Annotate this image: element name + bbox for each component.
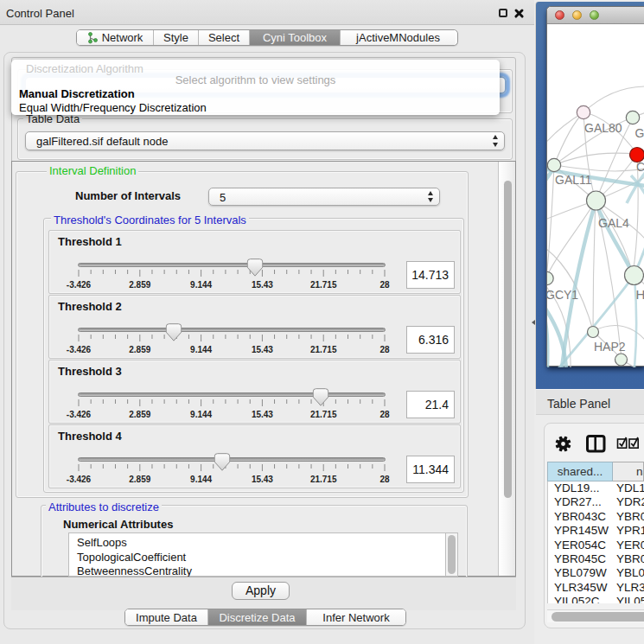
- svg-text:H: H: [636, 287, 644, 302]
- svg-text:HAP2: HAP2: [594, 340, 626, 354]
- svg-text:GAL80: GAL80: [584, 121, 622, 135]
- svg-text:C: C: [636, 160, 644, 174]
- svg-text:GA: GA: [635, 126, 644, 140]
- svg-text:GAL4: GAL4: [598, 216, 629, 230]
- svg-text:GCY1: GCY1: [547, 288, 578, 302]
- svg-text:GAL11: GAL11: [555, 173, 592, 187]
